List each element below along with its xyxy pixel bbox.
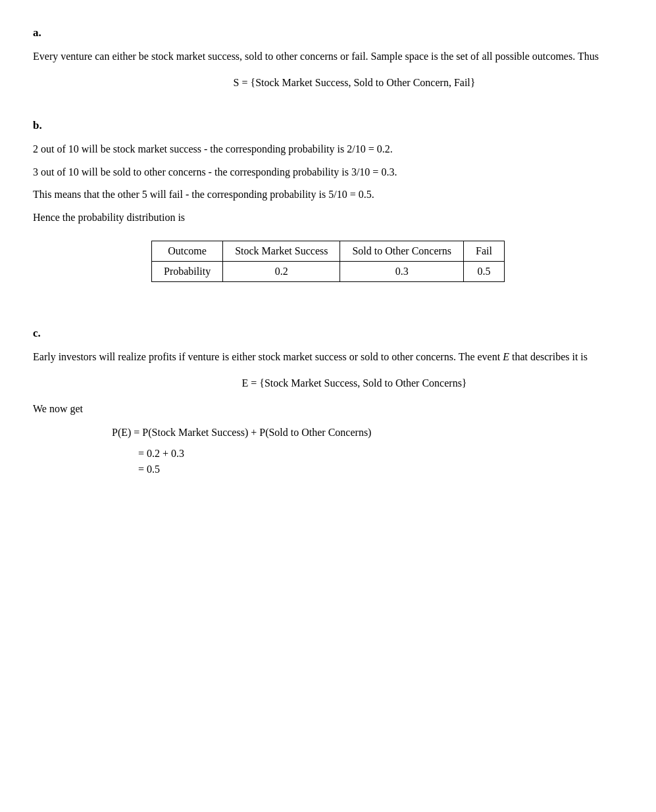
section-c-label: c. [33, 327, 623, 340]
section-c-paragraph2: We now get [33, 401, 623, 418]
section-c-paragraph1: Early investors will realize profits if … [33, 349, 623, 366]
table-cell-probability-label: Probability [152, 261, 223, 281]
section-a-formula: S = {Stock Market Success, Sold to Other… [86, 77, 623, 89]
section-c-paragraph1-cont: that describes it is [512, 351, 588, 362]
section-a-label: a. [33, 26, 623, 39]
probability-table: Outcome Stock Market Success Sold to Oth… [151, 241, 505, 282]
table-cell-prob-sold: 0.3 [340, 261, 464, 281]
table-data-row: Probability 0.2 0.3 0.5 [152, 261, 505, 281]
table-header-stock-market: Stock Market Success [223, 241, 340, 261]
section-a-paragraph: Every venture can either be stock market… [33, 49, 623, 65]
section-c-event-var: E [503, 351, 509, 362]
section-c-formula-line2: = 0.2 + 0.3 [138, 448, 623, 460]
table-cell-prob-stock: 0.2 [223, 261, 340, 281]
section-b-paragraph2: 3 out of 10 will be sold to other concer… [33, 164, 623, 181]
section-c-paragraph1-text: Early investors will realize profits if … [33, 351, 500, 362]
table-cell-prob-fail: 0.5 [464, 261, 505, 281]
table-header-outcome: Outcome [152, 241, 223, 261]
probability-table-container: Outcome Stock Market Success Sold to Oth… [33, 241, 623, 282]
section-c-formula-line3: = 0.5 [138, 464, 623, 475]
section-b-paragraph1: 2 out of 10 will be stock market success… [33, 141, 623, 158]
table-header-row: Outcome Stock Market Success Sold to Oth… [152, 241, 505, 261]
section-c-formula-E: E = {Stock Market Success, Sold to Other… [86, 377, 623, 389]
table-header-sold: Sold to Other Concerns [340, 241, 464, 261]
section-b-paragraph4: Hence the probability distribution is [33, 210, 623, 226]
table-header-fail: Fail [464, 241, 505, 261]
section-b-paragraph3: This means that the other 5 will fail - … [33, 187, 623, 203]
section-c-formula-PE: P(E) = P(Stock Market Success) + P(Sold … [112, 427, 623, 439]
section-b-label: b. [33, 119, 623, 132]
